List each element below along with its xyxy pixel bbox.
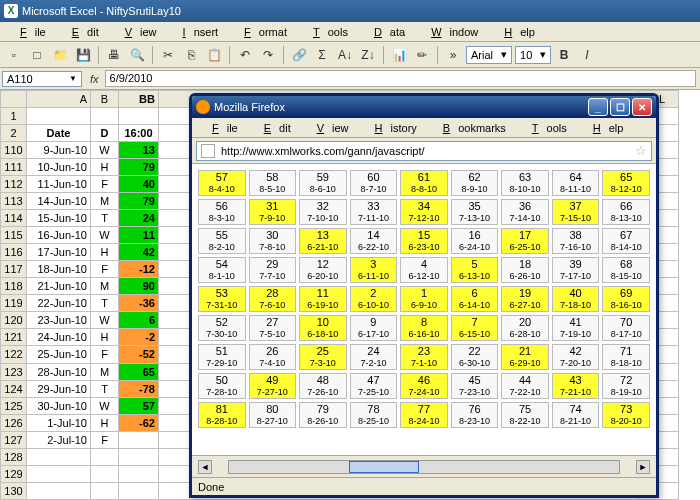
cell[interactable]: [91, 482, 119, 499]
cell[interactable]: 13: [119, 142, 159, 159]
cell[interactable]: 16-Jun-10: [27, 227, 91, 244]
gann-cell[interactable]: 367-14-10: [500, 198, 551, 227]
cell[interactable]: [91, 465, 119, 482]
scrollbar-thumb[interactable]: [349, 461, 419, 473]
row-header[interactable]: 111: [1, 159, 27, 176]
gann-cell[interactable]: 818-28-10: [197, 401, 248, 430]
cell[interactable]: 79: [119, 159, 159, 176]
gann-cell[interactable]: 548-1-10: [197, 256, 248, 285]
copy-icon[interactable]: ⎘: [181, 45, 201, 65]
sum-icon[interactable]: Σ: [312, 45, 332, 65]
cell[interactable]: [91, 448, 119, 465]
gann-cell[interactable]: 558-2-10: [197, 227, 248, 256]
gann-cell[interactable]: 598-6-10: [298, 169, 349, 198]
italic-button[interactable]: I: [577, 45, 597, 65]
gann-cell[interactable]: 166-24-10: [449, 227, 500, 256]
cell[interactable]: [119, 482, 159, 499]
gann-cell[interactable]: 176-25-10: [500, 227, 551, 256]
sort-asc-icon[interactable]: A↓: [335, 45, 355, 65]
gann-cell[interactable]: 457-23-10: [449, 372, 500, 401]
gann-cell[interactable]: 698-16-10: [601, 285, 652, 314]
cell[interactable]: 17-Jun-10: [27, 244, 91, 261]
sort-desc-icon[interactable]: Z↓: [358, 45, 378, 65]
gann-cell[interactable]: 226-30-10: [449, 343, 500, 372]
new-icon[interactable]: □: [27, 45, 47, 65]
cell[interactable]: 11: [119, 227, 159, 244]
gann-cell[interactable]: 66-14-10: [449, 285, 500, 314]
maximize-button[interactable]: ☐: [610, 98, 630, 116]
gann-cell[interactable]: 768-23-10: [449, 401, 500, 430]
cell[interactable]: 23-Jun-10: [27, 312, 91, 329]
gann-cell[interactable]: 437-21-10: [550, 372, 601, 401]
gann-cell[interactable]: 738-20-10: [601, 401, 652, 430]
gann-cell[interactable]: 116-19-10: [298, 285, 349, 314]
row-header[interactable]: 116: [1, 244, 27, 261]
cell[interactable]: [27, 448, 91, 465]
cell[interactable]: 30-Jun-10: [27, 397, 91, 414]
col-header-A[interactable]: A: [27, 91, 91, 108]
drawing-icon[interactable]: ✏: [412, 45, 432, 65]
cell[interactable]: 29-Jun-10: [27, 380, 91, 397]
row-header[interactable]: 126: [1, 414, 27, 431]
gann-cell[interactable]: 397-17-10: [550, 256, 601, 285]
gann-cell[interactable]: 156-23-10: [399, 227, 450, 256]
bookmark-star-icon[interactable]: ☆: [635, 143, 647, 158]
cell[interactable]: 18-Jun-10: [27, 261, 91, 278]
gann-cell[interactable]: 588-5-10: [247, 169, 298, 198]
cell[interactable]: -2: [119, 329, 159, 346]
gann-cell[interactable]: 638-10-10: [500, 169, 551, 198]
gann-cell[interactable]: 106-18-10: [298, 314, 349, 343]
gann-cell[interactable]: 467-24-10: [399, 372, 450, 401]
cell[interactable]: H: [91, 159, 119, 176]
gann-cell[interactable]: 568-3-10: [197, 198, 248, 227]
cell[interactable]: 14-Jun-10: [27, 193, 91, 210]
preview-icon[interactable]: 🔍: [127, 45, 147, 65]
cell[interactable]: 11-Jun-10: [27, 176, 91, 193]
cell[interactable]: 65: [119, 363, 159, 380]
gann-cell[interactable]: 477-25-10: [348, 372, 399, 401]
cell[interactable]: 40: [119, 176, 159, 193]
ff-menu-view[interactable]: View: [301, 120, 357, 136]
gann-cell[interactable]: 578-4-10: [197, 169, 248, 198]
gann-cell[interactable]: 86-16-10: [399, 314, 450, 343]
select-all[interactable]: [1, 91, 27, 108]
cell[interactable]: 10-Jun-10: [27, 159, 91, 176]
gann-cell[interactable]: 327-10-10: [298, 198, 349, 227]
fx-icon[interactable]: fx: [84, 73, 105, 85]
col-header-B[interactable]: B: [91, 91, 119, 108]
cell[interactable]: 6: [119, 312, 159, 329]
row-header[interactable]: 118: [1, 278, 27, 295]
gann-cell[interactable]: 237-1-10: [399, 343, 450, 372]
cell[interactable]: 90: [119, 278, 159, 295]
cell[interactable]: [27, 465, 91, 482]
gann-cell[interactable]: 778-24-10: [399, 401, 450, 430]
link-icon[interactable]: 🔗: [289, 45, 309, 65]
cell[interactable]: W: [91, 312, 119, 329]
gann-cell[interactable]: 337-11-10: [348, 198, 399, 227]
cell[interactable]: -12: [119, 261, 159, 278]
cell[interactable]: 1-Jul-10: [27, 414, 91, 431]
gann-cell[interactable]: 788-25-10: [348, 401, 399, 430]
cell[interactable]: 22-Jun-10: [27, 295, 91, 312]
gann-cell[interactable]: 648-11-10: [550, 169, 601, 198]
ff-menu-history[interactable]: History: [359, 120, 425, 136]
cell[interactable]: 15-Jun-10: [27, 210, 91, 227]
redo-icon[interactable]: ↷: [258, 45, 278, 65]
gann-cell[interactable]: 377-15-10: [550, 198, 601, 227]
cell[interactable]: 9-Jun-10: [27, 142, 91, 159]
cell[interactable]: T: [91, 380, 119, 397]
gann-cell[interactable]: 257-3-10: [298, 343, 349, 372]
cell[interactable]: [119, 431, 159, 448]
gann-cell[interactable]: 618-8-10: [399, 169, 450, 198]
cell[interactable]: 28-Jun-10: [27, 363, 91, 380]
gann-cell[interactable]: 267-4-10: [247, 343, 298, 372]
cell[interactable]: F: [91, 261, 119, 278]
chart-icon[interactable]: 📊: [389, 45, 409, 65]
row-header[interactable]: 113: [1, 193, 27, 210]
ff-menu-bookmarks[interactable]: Bookmarks: [427, 120, 514, 136]
cell[interactable]: 24: [119, 210, 159, 227]
open-icon[interactable]: 📁: [50, 45, 70, 65]
menu-tools[interactable]: Tools: [297, 24, 356, 40]
gann-cell[interactable]: 728-19-10: [601, 372, 652, 401]
cell[interactable]: W: [91, 227, 119, 244]
